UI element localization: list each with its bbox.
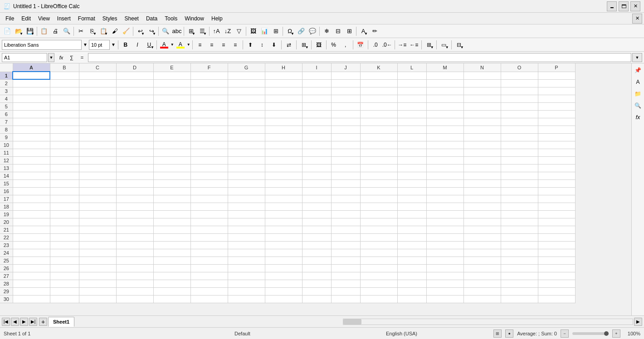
- cell-I24[interactable]: [302, 249, 331, 257]
- cell-E25[interactable]: [153, 257, 190, 264]
- cell-L6[interactable]: [397, 110, 426, 118]
- cell-C11[interactable]: [79, 149, 116, 156]
- cell-G13[interactable]: [228, 164, 265, 172]
- cell-J6[interactable]: [331, 110, 360, 118]
- cell-C14[interactable]: [79, 172, 116, 179]
- row-header-11[interactable]: 11: [0, 149, 13, 156]
- cell-F29[interactable]: [190, 287, 228, 295]
- cell-E28[interactable]: [153, 280, 190, 287]
- cell-F22[interactable]: [190, 233, 228, 241]
- cell-O28[interactable]: [501, 280, 538, 287]
- row-header-21[interactable]: 21: [0, 226, 13, 233]
- cell-A9[interactable]: [13, 133, 50, 141]
- cell-I1[interactable]: [302, 72, 331, 79]
- cell-B25[interactable]: [50, 257, 79, 264]
- cell-K24[interactable]: [360, 249, 397, 257]
- cell-C12[interactable]: [79, 156, 116, 164]
- cell-E6[interactable]: [153, 110, 190, 118]
- cell-L28[interactable]: [397, 280, 426, 287]
- cell-F11[interactable]: [190, 149, 228, 156]
- cell-E5[interactable]: [153, 102, 190, 110]
- cell-E12[interactable]: [153, 156, 190, 164]
- background-color-button[interactable]: ▭▼: [439, 39, 449, 50]
- cell-E30[interactable]: [153, 295, 190, 303]
- cell-M20[interactable]: [426, 218, 463, 226]
- row-header-9[interactable]: 9: [0, 133, 13, 141]
- cell-F6[interactable]: [190, 110, 228, 118]
- cell-N29[interactable]: [463, 287, 501, 295]
- draw-functions-button[interactable]: ✏: [369, 26, 380, 37]
- cell-N18[interactable]: [463, 203, 501, 210]
- cell-H6[interactable]: [265, 110, 302, 118]
- cell-M21[interactable]: [426, 226, 463, 233]
- cell-I18[interactable]: [302, 203, 331, 210]
- cell-E19[interactable]: [153, 210, 190, 218]
- cell-J22[interactable]: [331, 233, 360, 241]
- cell-J4[interactable]: [331, 95, 360, 102]
- cell-F30[interactable]: [190, 295, 228, 303]
- sheet-add-button[interactable]: +: [39, 318, 47, 326]
- cell-H29[interactable]: [265, 287, 302, 295]
- decimal-decrease-button[interactable]: .0←: [382, 39, 393, 50]
- row-header-6[interactable]: 6: [0, 110, 13, 118]
- cell-N16[interactable]: [463, 187, 501, 195]
- cell-I22[interactable]: [302, 233, 331, 241]
- cell-D21[interactable]: [116, 226, 153, 233]
- menu-file[interactable]: File: [2, 15, 18, 23]
- scroll-right-end[interactable]: ▶: [634, 318, 642, 326]
- cell-D30[interactable]: [116, 295, 153, 303]
- cell-H7[interactable]: [265, 118, 302, 126]
- percent-button[interactable]: %: [328, 39, 339, 50]
- cell-E8[interactable]: [153, 126, 190, 133]
- font-color-button[interactable]: A: [159, 39, 170, 50]
- cell-K9[interactable]: [360, 133, 397, 141]
- cell-M27[interactable]: [426, 272, 463, 280]
- col-header-I[interactable]: I: [302, 63, 331, 72]
- col-header-C[interactable]: C: [79, 63, 116, 72]
- horizontal-scrollbar-thumb[interactable]: [343, 319, 361, 324]
- cell-H5[interactable]: [265, 102, 302, 110]
- cell-D26[interactable]: [116, 264, 153, 272]
- row-header-20[interactable]: 20: [0, 218, 13, 226]
- cell-D11[interactable]: [116, 149, 153, 156]
- spell-check-button[interactable]: abc: [171, 26, 182, 37]
- row-headers-button[interactable]: ☰▼: [197, 26, 208, 37]
- cell-C2[interactable]: [79, 79, 116, 87]
- cell-O30[interactable]: [501, 295, 538, 303]
- row-header-25[interactable]: 25: [0, 257, 13, 264]
- cell-P26[interactable]: [538, 264, 575, 272]
- cell-J13[interactable]: [331, 164, 360, 172]
- cell-C22[interactable]: [79, 233, 116, 241]
- row-header-17[interactable]: 17: [0, 195, 13, 203]
- menu-data[interactable]: Data: [142, 15, 161, 23]
- cell-H10[interactable]: [265, 141, 302, 149]
- undo-button[interactable]: ↩▼: [135, 26, 146, 37]
- cell-D27[interactable]: [116, 272, 153, 280]
- cell-O17[interactable]: [501, 195, 538, 203]
- cut-button[interactable]: ✂: [75, 26, 86, 37]
- cell-M1[interactable]: [426, 72, 463, 79]
- cell-P13[interactable]: [538, 164, 575, 172]
- cell-J24[interactable]: [331, 249, 360, 257]
- autofilter-button[interactable]: ▽: [234, 26, 244, 37]
- cell-M16[interactable]: [426, 187, 463, 195]
- cell-L27[interactable]: [397, 272, 426, 280]
- cell-P19[interactable]: [538, 210, 575, 218]
- cell-M9[interactable]: [426, 133, 463, 141]
- sheet-tab-sheet1[interactable]: Sheet1: [48, 317, 74, 327]
- cell-E21[interactable]: [153, 226, 190, 233]
- cell-M17[interactable]: [426, 195, 463, 203]
- cell-E29[interactable]: [153, 287, 190, 295]
- cell-A30[interactable]: [13, 295, 50, 303]
- cell-I21[interactable]: [302, 226, 331, 233]
- cell-I25[interactable]: [302, 257, 331, 264]
- cell-P10[interactable]: [538, 141, 575, 149]
- cell-G2[interactable]: [228, 79, 265, 87]
- cell-C15[interactable]: [79, 179, 116, 187]
- cell-E23[interactable]: [153, 241, 190, 249]
- cell-C28[interactable]: [79, 280, 116, 287]
- cell-reference-input[interactable]: [2, 53, 47, 62]
- cell-H25[interactable]: [265, 257, 302, 264]
- formula-expand-button[interactable]: ▼: [632, 53, 642, 62]
- cell-B27[interactable]: [50, 272, 79, 280]
